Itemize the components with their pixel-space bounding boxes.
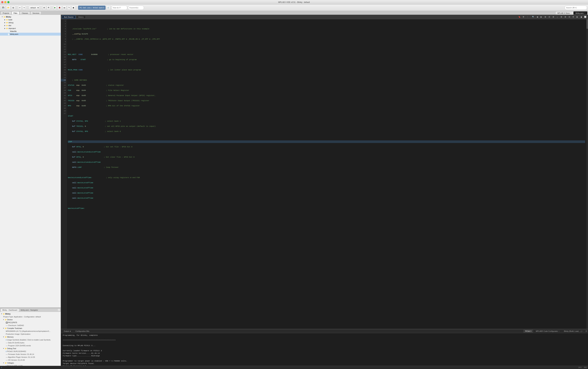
dash-folder-memory: 📁 (5, 336, 7, 338)
dash-expand-compiler[interactable]: ▼ (3, 328, 4, 329)
history-label: History (78, 16, 84, 18)
settings-btn[interactable]: ⚙ (522, 15, 525, 19)
tab-blinky-asm-close[interactable]: × (584, 12, 585, 14)
save-all-button[interactable]: 🖫 (11, 5, 15, 10)
output-line-connecting: Connecting to MPLAB PICkit 3... (63, 345, 96, 347)
cart-button[interactable]: 🛒 (106, 5, 111, 10)
undo-button[interactable]: ↩ (18, 5, 22, 10)
tree-blinky[interactable]: ▼ 📁 Blinky (0, 15, 61, 18)
dash-compiler-folder[interactable]: ▼ 📁 Compiler Toolchain (0, 327, 61, 330)
tab-output[interactable]: Output ◉ (62, 329, 73, 333)
tab-mplab-store[interactable]: MPLAB X Store × (555, 11, 573, 15)
tab-blinky-build-close[interactable]: × (582, 330, 583, 332)
tab-blinky-dashboard[interactable]: Blinky - Dashboard (1, 308, 19, 312)
dash-voltages-folder[interactable]: ▼ 📁 Voltages (0, 361, 61, 364)
expand-btn[interactable]: ↕ (556, 15, 559, 19)
tree-build[interactable]: ▶ 📁 build (0, 18, 61, 21)
dash-pickit3[interactable]: ℹ PICkit3: BUR132284452 (0, 350, 61, 353)
diff-btn[interactable]: ⊞ (564, 15, 567, 19)
replace-btn[interactable]: ⊟ (548, 15, 551, 19)
expand-debug[interactable]: ▶ (4, 22, 6, 23)
dash-memory-folder[interactable]: ▼ 📁 Memory (0, 336, 61, 338)
toggle-split-btn[interactable]: ⊟ (568, 15, 571, 19)
format-button[interactable]: ⊞ (42, 5, 46, 10)
nav-prev-btn[interactable]: ◀ (536, 15, 539, 19)
dash-expand-debug[interactable]: ▼ (3, 348, 4, 349)
expand-dist[interactable]: ▶ (4, 25, 6, 26)
history-tab[interactable]: History (76, 15, 86, 19)
help-search[interactable] (111, 6, 127, 10)
dash-expand-voltages[interactable]: ▼ (3, 362, 4, 364)
step-button[interactable]: ⏭ (62, 5, 67, 10)
redo-button[interactable]: ↪ (22, 5, 26, 10)
ln-7: 7 (61, 35, 66, 38)
tree-blinky-asm[interactable]: 📄 blinky.asm (0, 33, 61, 36)
tab-navigator[interactable]: blinky.asm - Navigator (19, 308, 39, 312)
toggle-bookmark-btn[interactable]: 🔖 (518, 15, 521, 19)
editor-scrollbar-thumb[interactable] (587, 19, 588, 29)
save-button[interactable]: 💾 (1, 5, 5, 10)
maximize-editor-btn[interactable]: ⬜ (584, 15, 587, 19)
tab-mplab-store-close[interactable]: × (570, 12, 571, 14)
find-btn[interactable]: ⊞ (543, 15, 547, 19)
close-button[interactable] (1, 1, 3, 3)
editor-scrollbar[interactable] (586, 19, 588, 329)
expand-blinky[interactable]: ▼ (1, 16, 3, 18)
tab-blinky-asm[interactable]: blinky.asm × (573, 11, 587, 15)
tree-dist[interactable]: ▶ 📁 dist (0, 24, 61, 27)
open-button[interactable]: 📁 (6, 5, 10, 10)
stop-rec-btn[interactable]: ⏹ (579, 15, 583, 19)
dash-fw-version-label: — Firmware Suite Version: 01.46.14 (6, 353, 34, 355)
dash-expand-memory[interactable]: ▼ (3, 336, 4, 338)
tab-code-configurator[interactable]: MPLAB® Code Configurator × (534, 329, 561, 333)
dash-usage-symbols[interactable]: ℹ Usage Symbols disabled. Click to enabl… (0, 338, 61, 341)
tab-config-bits[interactable]: Configuration Bits (74, 329, 91, 333)
main-search[interactable] (565, 6, 587, 10)
tab-pickit3[interactable]: PICkit 3 (523, 329, 533, 333)
dash-vdd[interactable]: ℹ PICkit 3 VDD: 4.625 (0, 364, 61, 366)
dash-pic12f675[interactable]: 🔲 PIC12F675 (0, 321, 61, 324)
build-button[interactable]: ⚒ (47, 5, 50, 10)
macros-btn[interactable]: ⚙ (571, 15, 575, 19)
editor-tabs: MPLAB X Store × blinky.asm × (555, 11, 587, 15)
keyword-search[interactable] (128, 6, 144, 10)
project-select[interactable]: default (29, 6, 39, 10)
close-panel-btn[interactable]: × (58, 309, 60, 311)
tab-files[interactable]: Files (11, 11, 19, 15)
toggle-fold-btn[interactable]: ⊞ (551, 15, 555, 19)
expand-nbproject[interactable]: ▶ (4, 28, 6, 29)
tab-pickit3-label: PICkit 3 (525, 330, 531, 332)
tab-services[interactable]: Services (30, 11, 41, 15)
dash-debug-folder[interactable]: ▼ 📁 Debug Tool (0, 347, 61, 350)
run-button[interactable]: ▶ (53, 5, 57, 10)
run-macro-btn[interactable]: ▶ (576, 15, 579, 19)
tree-debug[interactable]: ▶ 📁 debug (0, 21, 61, 24)
line-numbers: 1 2 3 4 5 6 7 8 9 10 11 12 13 14 (61, 19, 67, 329)
step-over-button[interactable]: ↷ (67, 5, 71, 10)
expand-build[interactable]: ▶ (4, 19, 6, 20)
nav-next-btn[interactable]: ▶ (539, 15, 543, 19)
minimize-output-btn[interactable]: ⊟ (586, 330, 587, 332)
dash-device-folder[interactable]: ▼ 📁 Device (0, 318, 61, 321)
dash-expand-blinky[interactable]: ▼ (1, 313, 3, 315)
tab-classes[interactable]: Classes (20, 11, 30, 15)
code-line-28: call WasteLotsAndLotsOfTime (68, 161, 585, 164)
maximize-button[interactable] (7, 1, 10, 3)
tree-makefile[interactable]: 📄 Makefile (0, 30, 61, 33)
tab-projects[interactable]: Projects (1, 11, 11, 15)
asm-source-tab[interactable]: Asm Source (62, 15, 76, 19)
tree-nbproject[interactable]: ▶ 📁 nbproject (0, 27, 61, 30)
dash-blinky[interactable]: ▼ 📁 Blinky (0, 312, 61, 315)
tab-code-configurator-close[interactable]: × (559, 330, 559, 332)
minimize-button[interactable] (4, 1, 6, 3)
stop-button[interactable]: ⏹ (71, 5, 75, 10)
file-tree[interactable]: ▼ 📁 Blinky ▶ 📁 build ▶ 📁 debug (0, 15, 61, 308)
debug-button[interactable]: 🐞 (57, 5, 62, 10)
more-btn[interactable]: ⋮ (526, 15, 529, 19)
code-line-15: GPIO equ 0x05 ; General Purpose Input Ou… (68, 94, 585, 97)
dash-expand-device[interactable]: ▼ (3, 319, 4, 320)
collapse-btn[interactable]: ⊞ (559, 15, 563, 19)
tab-blinky-build[interactable]: Blinky (Build, Load, ...) × (562, 329, 585, 333)
code-content[interactable]: ;#include "p12f675.inc" ; use my own def… (67, 19, 586, 329)
zoom-btn[interactable]: 🔍 (531, 15, 535, 19)
